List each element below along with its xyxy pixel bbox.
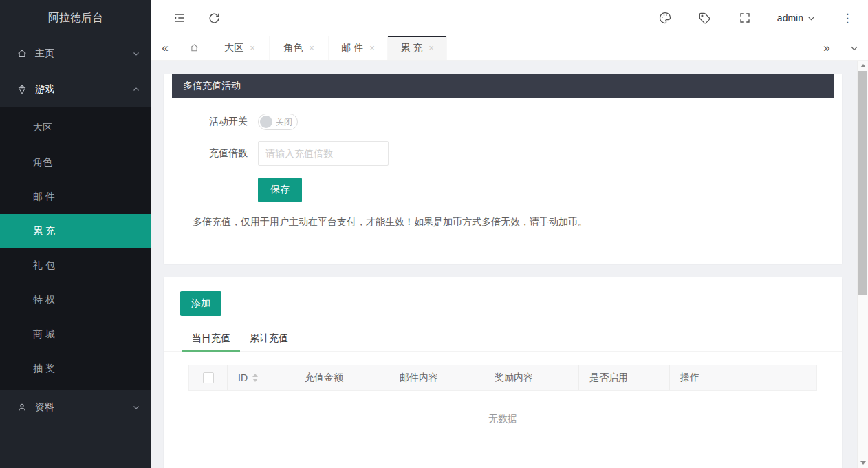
tab-recharge[interactable]: 累 充 × xyxy=(388,36,447,60)
tab-server[interactable]: 大区 × xyxy=(210,36,270,60)
close-icon[interactable]: × xyxy=(369,43,375,52)
main-content: 多倍充值活动 活动开关 关闭 充值倍数 保存 多倍充值，仅用于用户主动在平台支付… xyxy=(151,61,857,468)
username: admin xyxy=(777,12,803,23)
tabs-scroll-right-icon[interactable]: » xyxy=(813,36,840,60)
table-header-mail-content: 邮件内容 xyxy=(389,365,484,390)
tabbar: « 大区 × 角色 × 邮 件 × 累 充 × » xyxy=(151,36,868,61)
tab-home[interactable] xyxy=(179,36,210,60)
tab-label: 邮 件 xyxy=(341,42,363,54)
tab-label: 角色 xyxy=(283,42,303,54)
activity-note: 多倍充值，仅用于用户主动在平台支付，才能生效！如果是加币方式多倍无效，请手动加币… xyxy=(193,216,834,228)
chevron-up-icon xyxy=(132,85,140,94)
column-label: ID xyxy=(238,372,248,383)
multiplier-field-label: 充值倍数 xyxy=(164,147,248,160)
add-button[interactable]: 添加 xyxy=(180,291,221,316)
theme-palette-icon[interactable] xyxy=(658,10,673,25)
sidebar-item-label: 游戏 xyxy=(35,83,132,96)
scrollbar-thumb[interactable] xyxy=(858,71,867,295)
switch-field-row: 活动开关 关闭 xyxy=(164,114,842,130)
table-header-row: ID 充值金额 邮件内容 奖励内容 是否启用 操作 xyxy=(188,365,817,391)
sidebar-item-privilege[interactable]: 特 权 xyxy=(0,283,151,317)
home-icon xyxy=(17,48,28,59)
tabs-dropdown-icon[interactable] xyxy=(840,36,868,60)
topbar-right: admin ⋮ xyxy=(658,10,868,25)
chevron-down-icon xyxy=(807,14,816,23)
chevron-down-icon xyxy=(132,50,140,58)
sidebar-item-mall[interactable]: 商 城 xyxy=(0,317,151,352)
sidebar-item-lottery[interactable]: 抽 奖 xyxy=(0,352,151,386)
sidebar-item-mail[interactable]: 邮 件 xyxy=(0,180,151,214)
topbar-left xyxy=(151,10,221,25)
chevron-down-icon xyxy=(132,403,140,412)
table-header-actions: 操作 xyxy=(670,365,816,390)
sidebar-item-giftpack[interactable]: 礼 包 xyxy=(0,248,151,283)
more-menu-icon[interactable]: ⋮ xyxy=(840,11,854,25)
sidebar-item-recharge[interactable]: 累 充 xyxy=(0,214,151,248)
save-button[interactable]: 保存 xyxy=(258,178,302,202)
reward-tabs: 当日充值 累计充值 xyxy=(164,324,842,352)
app-logo-title: 阿拉德后台 xyxy=(0,0,151,36)
sidebar-item-server[interactable]: 大区 xyxy=(0,111,151,145)
table-header-amount: 充值金额 xyxy=(294,365,389,390)
sidebar-item-profile[interactable]: 资料 xyxy=(0,390,151,425)
sidebar-item-role[interactable]: 角色 xyxy=(0,145,151,180)
tab-mail[interactable]: 邮 件 × xyxy=(329,36,388,60)
fullscreen-icon[interactable] xyxy=(737,10,752,25)
close-icon[interactable]: × xyxy=(428,43,434,52)
tabbar-spacer xyxy=(447,36,813,60)
tabs-scroll-left-icon[interactable]: « xyxy=(151,36,179,60)
scroll-up-arrow-icon[interactable] xyxy=(860,64,866,67)
tab-daily-recharge[interactable]: 当日充值 xyxy=(182,324,240,351)
multiplier-field-row: 充值倍数 xyxy=(164,141,842,166)
collapse-sidebar-icon[interactable] xyxy=(172,10,187,25)
reward-table: ID 充值金额 邮件内容 奖励内容 是否启用 操作 无数据 xyxy=(188,365,817,425)
user-menu[interactable]: admin xyxy=(777,12,816,23)
toggle-knob xyxy=(260,116,272,128)
user-icon xyxy=(17,402,28,413)
tag-icon[interactable] xyxy=(697,10,713,25)
tab-total-recharge[interactable]: 累计充值 xyxy=(240,324,298,351)
table-header-reward-content: 奖励内容 xyxy=(484,365,579,390)
tab-label: 累 充 xyxy=(400,42,422,54)
refresh-icon[interactable] xyxy=(206,10,221,25)
home-icon xyxy=(189,43,199,53)
close-icon[interactable]: × xyxy=(309,43,314,52)
scroll-down-arrow-icon[interactable] xyxy=(860,461,866,465)
table-header-id[interactable]: ID xyxy=(228,365,294,390)
close-icon[interactable]: × xyxy=(250,43,255,52)
empty-state-text: 无数据 xyxy=(188,391,817,425)
gem-icon xyxy=(17,84,28,95)
table-header-checkbox-cell xyxy=(189,365,228,390)
app-root: 阿拉德后台 主页 游戏 大区 角 xyxy=(0,0,868,468)
sidebar-item-label: 资料 xyxy=(35,401,132,414)
toggle-state-label: 关闭 xyxy=(276,116,292,128)
table-header-enabled: 是否启用 xyxy=(579,365,670,390)
panel-title: 多倍充值活动 xyxy=(172,74,834,98)
sidebar-submenu-game: 大区 角色 邮 件 累 充 礼 包 特 权 商 城 抽 奖 xyxy=(0,107,151,390)
activity-switch-toggle[interactable]: 关闭 xyxy=(258,114,298,130)
sidebar-item-label: 主页 xyxy=(35,47,132,60)
reward-panel: 添加 当日充值 累计充值 ID 充值金额 邮 xyxy=(164,277,842,468)
activity-panel: 多倍充值活动 活动开关 关闭 充值倍数 保存 多倍充值，仅用于用户主动在平台支付… xyxy=(164,74,842,264)
tab-label: 大区 xyxy=(224,42,243,54)
sidebar-item-home[interactable]: 主页 xyxy=(0,36,151,72)
switch-field-label: 活动开关 xyxy=(164,116,248,128)
topbar: admin ⋮ xyxy=(151,0,868,36)
tab-role[interactable]: 角色 × xyxy=(270,36,329,60)
multiplier-input[interactable] xyxy=(258,141,389,166)
sidebar-item-game[interactable]: 游戏 xyxy=(0,72,151,107)
select-all-checkbox[interactable] xyxy=(203,372,214,383)
vertical-scrollbar[interactable] xyxy=(857,61,868,468)
sidebar: 阿拉德后台 主页 游戏 大区 角 xyxy=(0,0,151,468)
sort-icon[interactable] xyxy=(252,374,258,382)
